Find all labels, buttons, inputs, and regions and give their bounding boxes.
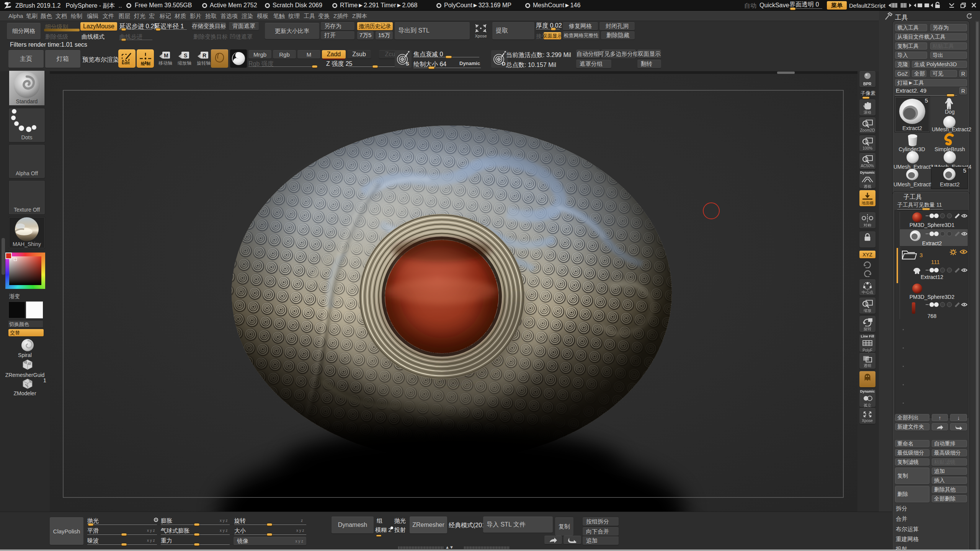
svg-text:Edit: Edit — [122, 60, 130, 65]
svg-text:D: D — [502, 61, 505, 67]
svg-text:M: M — [164, 52, 168, 59]
svg-text:移动轴: 移动轴 — [158, 60, 172, 66]
svg-text:旋转轴: 旋转轴 — [197, 60, 211, 66]
svg-text:缩放轴: 缩放轴 — [178, 60, 191, 66]
svg-text:绘 制: 绘 制 — [140, 61, 150, 66]
svg-text:S: S — [184, 52, 187, 59]
svg-text:R: R — [203, 52, 206, 59]
svg-text:S: S — [406, 61, 409, 67]
